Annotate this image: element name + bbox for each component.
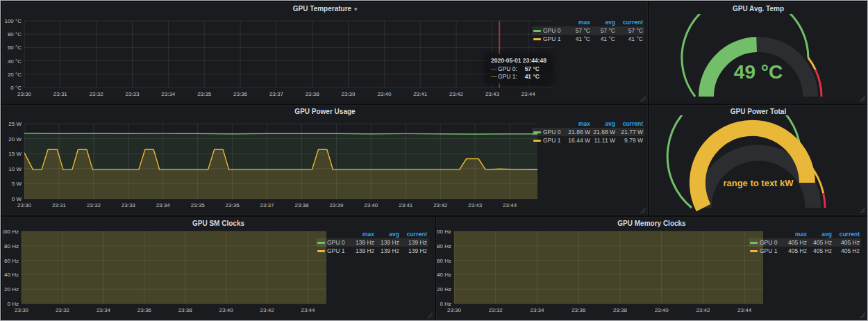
legend-current-value: 9.79 W <box>615 137 643 144</box>
svg-text:23:34: 23:34 <box>161 91 176 97</box>
svg-text:23:41: 23:41 <box>413 91 428 97</box>
svg-text:80 °C: 80 °C <box>8 31 22 38</box>
chart-canvas[interactable]: 0 W5 W10 W15 W20 W25 W23:3023:3123:3223:… <box>3 115 546 214</box>
resize-handle[interactable] <box>640 96 646 101</box>
svg-text:23:32: 23:32 <box>87 202 101 208</box>
legend-series-name[interactable]: GPU 0 <box>533 129 565 135</box>
svg-text:23:38: 23:38 <box>294 202 309 208</box>
chart-canvas[interactable]: 0 Hz20 Hz40 Hz60 Hz80 Hz100 Hz23:3023:32… <box>3 226 333 319</box>
svg-text:23:39: 23:39 <box>341 91 356 97</box>
legend-sort-avg[interactable]: avg <box>590 19 615 26</box>
gpu-memory-clocks-chart[interactable]: 0 Hz20 Hz40 Hz60 Hz80 Hz100 Hz23:3023:32… <box>437 226 770 319</box>
legend-series-name[interactable]: GPU 0 <box>317 239 349 246</box>
legend-sort-current[interactable]: current <box>832 231 860 238</box>
gpu-sm-clocks-chart[interactable]: 0 Hz20 Hz40 Hz60 Hz80 Hz100 Hz23:3023:32… <box>3 226 333 319</box>
gpu-temperature-chart[interactable]: 0 °C20 °C40 °C60 °C80 °C100 °C23:3023:31… <box>3 13 562 101</box>
tooltip-row: — GPU 1: 41 °C <box>491 73 546 81</box>
svg-text:23:34: 23:34 <box>530 307 544 313</box>
svg-text:23:38: 23:38 <box>306 91 320 97</box>
svg-text:23:43: 23:43 <box>468 202 483 208</box>
legend-item-gpu-0[interactable]: GPU 0139 Hz139 Hz139 Hz <box>316 238 428 247</box>
legend-max-value: 139 Hz <box>349 239 374 246</box>
series-color-icon <box>317 242 325 244</box>
resize-handle[interactable] <box>860 208 865 213</box>
legend-series-name[interactable]: GPU 1 <box>533 35 565 42</box>
svg-text:23:40: 23:40 <box>219 307 234 313</box>
resize-handle[interactable] <box>640 208 646 213</box>
svg-text:23:36: 23:36 <box>571 307 586 313</box>
legend-current-value: 405 Hz <box>832 247 860 254</box>
chart-canvas[interactable]: 0 °C20 °C40 °C60 °C80 °C100 °C23:3023:31… <box>3 13 562 101</box>
svg-text:0 Hz: 0 Hz <box>8 301 19 307</box>
legend-item-gpu-1[interactable]: GPU 1139 Hz139 Hz139 Hz <box>316 247 428 255</box>
series-color-icon <box>750 242 758 244</box>
legend-item-gpu-1[interactable]: GPU 116.44 W11.11 W9.79 W <box>532 136 644 145</box>
chevron-down-icon[interactable]: ▾ <box>354 6 357 13</box>
gpu-avg-temp-gauge <box>650 14 867 101</box>
legend-item-gpu-0[interactable]: GPU 0405 Hz405 Hz405 Hz <box>749 238 861 247</box>
series-color-icon <box>533 131 541 133</box>
svg-text:23:40: 23:40 <box>377 91 392 97</box>
gauge-arc <box>650 115 867 213</box>
legend-series-name[interactable]: GPU 1 <box>317 247 349 254</box>
legend-series-name[interactable]: GPU 0 <box>750 239 782 246</box>
panel-gpu-temperature: GPU Temperature▾ 0 °C20 °C40 °C60 °C80 °… <box>2 2 648 104</box>
svg-text:23:37: 23:37 <box>260 202 274 208</box>
svg-text:23:44: 23:44 <box>521 91 536 97</box>
svg-text:23:41: 23:41 <box>399 202 413 208</box>
legend-avg-value: 139 Hz <box>374 239 399 246</box>
svg-text:20 °C: 20 °C <box>8 72 22 78</box>
legend-sort-avg[interactable]: avg <box>590 120 615 127</box>
svg-text:23:30: 23:30 <box>447 307 462 313</box>
svg-text:20 Hz: 20 Hz <box>437 286 451 293</box>
tooltip-series-name: GPU 1: <box>498 73 520 81</box>
svg-text:23:36: 23:36 <box>137 307 152 313</box>
legend-sort-current[interactable]: current <box>615 120 643 127</box>
legend-sort-max[interactable]: max <box>349 231 374 238</box>
resize-handle[interactable] <box>860 96 865 101</box>
tooltip-timestamp: 2020-05-01 23:44:48 <box>491 57 546 64</box>
legend-avg-value: 41 °C <box>590 35 615 42</box>
graph-tooltip: 2020-05-01 23:44:48 — GPU 0: 57 °C — GPU… <box>486 54 551 83</box>
svg-text:23:32: 23:32 <box>489 307 503 313</box>
resize-handle[interactable] <box>860 313 865 318</box>
gpu-power-usage-chart[interactable]: 0 W5 W10 W15 W20 W25 W23:3023:3123:3223:… <box>3 115 546 214</box>
svg-text:23:42: 23:42 <box>449 91 464 97</box>
legend-item-gpu-0[interactable]: GPU 057 °C57 °C57 °C <box>532 26 644 35</box>
chart-canvas[interactable]: 0 Hz20 Hz40 Hz60 Hz80 Hz100 Hz23:3023:32… <box>437 226 770 319</box>
legend-max-value: 16.44 W <box>565 137 590 144</box>
legend-series-name[interactable]: GPU 0 <box>533 27 565 34</box>
legend-sort-max[interactable]: max <box>565 120 590 127</box>
legend-header: maxavgcurrent <box>316 230 428 238</box>
panel-title-gpu-avg-temp[interactable]: GPU Avg. Temp <box>650 4 867 14</box>
legend-current-value: 405 Hz <box>832 239 860 246</box>
legend-series-name[interactable]: GPU 1 <box>750 247 782 254</box>
svg-text:23:44: 23:44 <box>301 307 315 313</box>
svg-text:23:43: 23:43 <box>485 91 500 97</box>
legend-max-value: 41 °C <box>565 35 590 42</box>
legend-sort-avg[interactable]: avg <box>374 231 399 238</box>
svg-text:60 Hz: 60 Hz <box>437 258 451 264</box>
legend-header: maxavgcurrent <box>532 18 644 26</box>
legend-sort-avg[interactable]: avg <box>807 231 832 238</box>
legend-sort-current[interactable]: current <box>615 19 643 26</box>
legend-series-name[interactable]: GPU 1 <box>533 137 565 144</box>
svg-text:20 W: 20 W <box>8 136 22 142</box>
legend-sort-max[interactable]: max <box>782 231 807 238</box>
svg-text:23:35: 23:35 <box>197 91 212 97</box>
series-color-icon <box>317 250 325 252</box>
legend-avg-value: 11.11 W <box>590 137 615 144</box>
gpu-power-usage-legend: maxavgcurrentGPU 021.86 W21.68 W21.77 WG… <box>532 120 644 145</box>
legend-item-gpu-0[interactable]: GPU 021.86 W21.68 W21.77 W <box>532 128 644 136</box>
legend-item-gpu-1[interactable]: GPU 141 °C41 °C41 °C <box>532 35 644 43</box>
legend-sort-max[interactable]: max <box>565 19 590 26</box>
svg-text:23:34: 23:34 <box>97 307 111 313</box>
svg-text:23:36: 23:36 <box>226 202 240 208</box>
legend-max-value: 139 Hz <box>349 247 374 254</box>
svg-text:23:30: 23:30 <box>17 202 32 208</box>
svg-text:80 Hz: 80 Hz <box>437 243 451 249</box>
legend-item-gpu-1[interactable]: GPU 1405 Hz405 Hz405 Hz <box>749 247 861 255</box>
resize-handle[interactable] <box>427 313 433 318</box>
legend-sort-current[interactable]: current <box>399 231 427 238</box>
gauge-value: range to text kW <box>650 178 867 188</box>
